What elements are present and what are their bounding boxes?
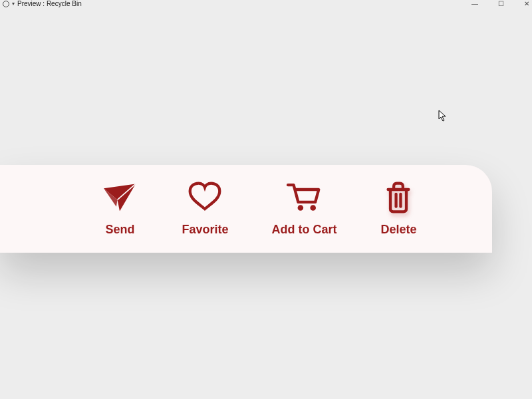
favorite-label: Favorite	[182, 223, 228, 237]
svg-point-2	[311, 205, 317, 211]
favorite-button[interactable]: Favorite	[182, 182, 228, 237]
delete-label: Delete	[380, 223, 416, 237]
add-to-cart-button[interactable]: Add to Cart	[271, 182, 336, 237]
dropdown-icon[interactable]: ▾	[12, 1, 15, 7]
mouse-cursor	[438, 110, 448, 124]
svg-point-1	[298, 205, 304, 211]
window-title: Preview : Recycle Bin	[17, 0, 82, 7]
close-button[interactable]: ✕	[524, 0, 529, 7]
maximize-button[interactable]: ☐	[498, 0, 504, 7]
cart-label: Add to Cart	[271, 223, 336, 237]
send-label: Send	[105, 223, 134, 237]
cart-icon	[285, 182, 323, 213]
refresh-icon[interactable]	[3, 1, 9, 7]
minimize-button[interactable]: —	[471, 0, 478, 7]
window-titlebar: ▾ Preview : Recycle Bin — ☐ ✕	[0, 0, 532, 7]
action-bar: Send Favorite Add to Cart Delete	[0, 165, 492, 253]
delete-button[interactable]: Delete	[380, 182, 417, 237]
send-button[interactable]: Send	[101, 182, 138, 237]
paper-plane-icon	[101, 182, 138, 213]
trash-icon	[380, 182, 417, 213]
heart-icon	[186, 182, 223, 213]
